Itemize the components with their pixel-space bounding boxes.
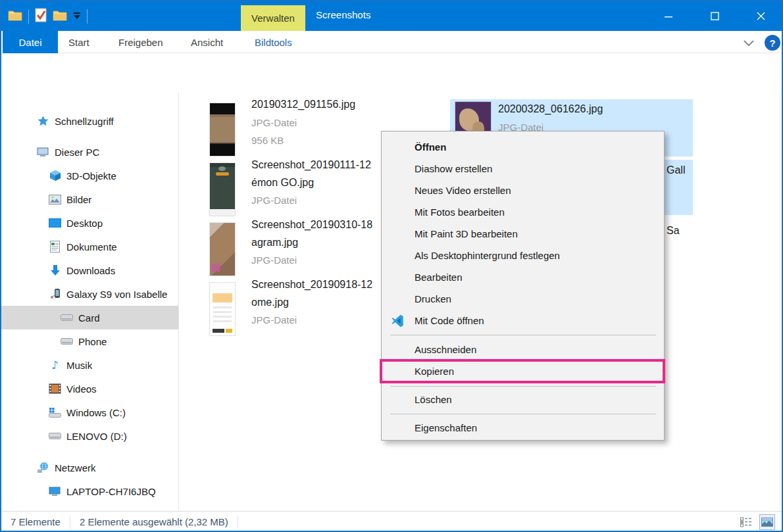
sidebar-item-3d-objekte[interactable]: 3D-Objekte xyxy=(1,164,178,187)
file-name-fragment[interactable]: Sa xyxy=(667,225,680,237)
sidebar-item-downloads[interactable]: Downloads xyxy=(1,258,178,282)
sidebar-item-label: LENOVO (D:) xyxy=(66,431,127,442)
film-icon xyxy=(49,383,61,395)
customize-toolbar-icon[interactable] xyxy=(73,11,81,22)
menu-item-loeschen[interactable]: Löschen xyxy=(382,389,663,410)
menu-item-bearbeiten[interactable]: Bearbeiten xyxy=(382,266,663,288)
sidebar-item-schnellzugriff[interactable]: Schnellzugriff xyxy=(1,109,178,133)
minimize-button[interactable] xyxy=(653,1,684,31)
music-note-icon: ♪ xyxy=(49,359,61,372)
sidebar-item-label: Dokumente xyxy=(66,241,117,253)
toolbar-separator xyxy=(28,9,29,24)
quick-access-star-icon xyxy=(37,115,49,128)
sidebar-item-videos[interactable]: Videos xyxy=(1,377,178,400)
sidebar-item-desktop[interactable]: Desktop xyxy=(1,211,178,235)
tab-ansicht[interactable]: Ansicht xyxy=(184,31,230,53)
explorer-window: Verwalten Screenshots Datei Start Freige… xyxy=(0,0,783,532)
menu-item-neues-video-erstellen[interactable]: Neues Video erstellen xyxy=(382,180,663,201)
file-thumbnail xyxy=(210,223,235,276)
sidebar-item-musik[interactable]: ♪ Musik xyxy=(1,353,178,377)
file-name: 20190312_091156.jpg xyxy=(251,99,355,110)
menu-item-drucken[interactable]: Drucken xyxy=(382,288,663,310)
status-bar: 7 Elemente 2 Elemente ausgewählt (2,32 M… xyxy=(1,511,783,532)
menu-item-eigenschaften[interactable]: Eigenschaften xyxy=(382,417,663,439)
file-name-fragment[interactable]: Gall xyxy=(667,164,685,176)
tab-freigeben[interactable]: Freigeben xyxy=(112,31,170,53)
menu-item-mit-code-oeffnen[interactable]: Mit Code öffnen xyxy=(382,310,663,331)
sidebar-item-galaxy-s9[interactable]: Galaxy S9 von Isabelle xyxy=(1,282,178,306)
sidebar-item-dokumente[interactable]: Dokumente xyxy=(1,235,178,258)
sidebar-item-lenovo-d[interactable]: LENOVO (D:) xyxy=(1,424,178,448)
download-arrow-icon xyxy=(49,264,61,277)
menu-separator xyxy=(390,414,656,414)
windows-drive-icon xyxy=(49,406,61,419)
properties-check-icon[interactable] xyxy=(35,8,47,25)
file-type: JPG-Datei xyxy=(251,117,297,128)
network-globe-icon xyxy=(37,462,49,474)
sidebar-item-label: Galaxy S9 von Isabelle xyxy=(66,289,167,300)
sidebar-item-windows-c[interactable]: Windows (C:) xyxy=(1,400,178,424)
file-type: JPG-Datei xyxy=(251,195,297,206)
sidebar-item-label: Card xyxy=(78,312,100,324)
menu-item-oeffnen[interactable]: Öffnen xyxy=(382,136,663,158)
drive-icon xyxy=(49,430,61,443)
help-icon[interactable]: ? xyxy=(765,35,780,51)
menu-separator xyxy=(390,386,656,387)
sidebar-item-label: Downloads xyxy=(66,265,115,276)
selection-info: 2 Elemente ausgewählt (2,32 MB) xyxy=(70,516,238,527)
menu-item-ausschneiden[interactable]: Ausschneiden xyxy=(382,339,663,360)
ribbon-context-header[interactable]: Verwalten xyxy=(241,5,305,31)
menu-item-mit-fotos-bearbeiten[interactable]: Mit Fotos bearbeiten xyxy=(382,201,663,223)
file-name: 20200328_061626.jpg xyxy=(498,103,603,115)
menu-item-als-desktophintergrund[interactable]: Als Desktophintergrund festlegen xyxy=(382,245,663,266)
sidebar-item-label: 3D-Objekte xyxy=(66,170,116,181)
sidebar-item-label: Phone xyxy=(78,336,107,347)
desktop-icon xyxy=(49,217,61,230)
tab-bildtools[interactable]: Bildtools xyxy=(248,31,299,53)
maximize-button[interactable] xyxy=(699,1,730,31)
document-icon xyxy=(49,241,61,253)
address-bar-row: ← → ↑ « Card › DCIM › DCIM › Screenshots xyxy=(1,54,782,91)
sidebar-item-label: Bilder xyxy=(66,194,91,205)
pictures-icon xyxy=(49,193,61,206)
sidebar-item-bilder[interactable]: Bilder xyxy=(1,187,178,211)
file-thumbnail xyxy=(210,283,235,335)
sidebar-item-netzwerk[interactable]: Netzwerk xyxy=(1,456,178,479)
file-name-line2: ome.jpg xyxy=(251,297,289,308)
menu-item-label: Mit Code öffnen xyxy=(415,315,484,326)
file-name: Screenshot_20190918-12 xyxy=(251,279,372,291)
cube-icon xyxy=(49,170,61,182)
sidebar-item-label: Schnellzugriff xyxy=(55,116,114,127)
file-size: 956 KB xyxy=(251,135,284,146)
new-folder-icon[interactable] xyxy=(53,9,67,24)
vscode-icon xyxy=(391,314,404,327)
file-type: JPG-Datei xyxy=(251,314,297,326)
sidebar-item-label: Videos xyxy=(66,383,97,395)
menu-item-diashow-erstellen[interactable]: Diashow erstellen xyxy=(382,158,663,180)
menu-separator xyxy=(390,335,656,335)
file-thumbnail xyxy=(210,163,235,216)
sidebar-item-laptop[interactable]: LAPTOP-CH7I6JBQ xyxy=(1,479,178,503)
tab-start[interactable]: Start xyxy=(62,31,96,53)
collapse-ribbon-icon[interactable] xyxy=(744,37,754,44)
file-name: Screenshot_20190310-18 xyxy=(251,219,372,231)
sidebar-item-phone[interactable]: Phone xyxy=(1,329,178,353)
sidebar-item-card[interactable]: Card xyxy=(1,306,178,329)
network-computer-icon xyxy=(49,485,61,498)
sidebar-item-label: Musik xyxy=(66,360,92,371)
sidebar-item-label: Desktop xyxy=(66,218,103,229)
large-icons-view-icon[interactable] xyxy=(759,514,775,530)
status-separator xyxy=(238,516,238,529)
menu-item-mit-paint-3d-bearbeiten[interactable]: Mit Paint 3D bearbeiten xyxy=(382,223,663,245)
content-right-border xyxy=(780,92,780,511)
sidebar-item-label: Windows (C:) xyxy=(66,407,126,418)
sidebar-item-dieser-pc[interactable]: Dieser PC xyxy=(1,140,178,164)
details-view-icon[interactable] xyxy=(738,514,754,530)
sidebar-item-label: LAPTOP-CH7I6JBQ xyxy=(66,486,156,497)
sidebar-item-label: Netzwerk xyxy=(55,462,96,473)
file-name-line2: émon GO.jpg xyxy=(251,177,314,189)
tab-datei[interactable]: Datei xyxy=(3,31,58,53)
close-button[interactable] xyxy=(745,1,776,31)
sidebar-item-label: Dieser PC xyxy=(55,147,99,158)
annotation-highlight-box xyxy=(380,359,665,383)
